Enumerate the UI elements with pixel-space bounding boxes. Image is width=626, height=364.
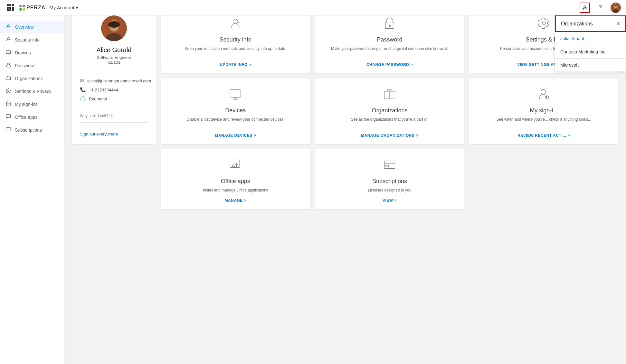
svg-point-25 <box>542 22 545 25</box>
organizations-icon-button[interactable] <box>580 3 590 13</box>
sidebar-label-overview: Overview <box>15 24 33 30</box>
svg-point-0 <box>584 6 586 8</box>
orgs-panel-header: Organizations ✕ <box>555 15 626 32</box>
sidebar-item-organizations[interactable]: Organizations <box>0 72 64 85</box>
user-avatar[interactable] <box>611 3 621 13</box>
sidebar-item-subscriptions[interactable]: Subscriptions <box>0 124 64 136</box>
subscriptions-card-title: Subscriptions <box>372 178 407 185</box>
sidebar-item-settings-privacy[interactable]: Settings & Privacy <box>0 85 64 98</box>
why-edit-text: Why can't I edit? <box>80 114 108 118</box>
sidebar-item-overview[interactable]: Overview <box>0 21 64 33</box>
svg-rect-41 <box>385 165 389 167</box>
organizations-icon <box>5 75 12 82</box>
nav-right: ? <box>580 3 621 13</box>
security-info-icon <box>5 37 12 43</box>
org-item-label: Contoso Marketing Inc. <box>560 49 607 54</box>
my-sign-ins-card-title: My sign-i... <box>530 107 558 114</box>
profile-email-row: ✉ alice@juliatenant.onmicrosoft.com <box>80 78 148 84</box>
password-card: Password Make your password stronger, or… <box>315 8 464 73</box>
devices-card-icon <box>229 88 242 103</box>
sidebar: Overview Security info Devices Password <box>0 15 64 217</box>
email-icon: ✉ <box>80 78 84 84</box>
subscriptions-icon <box>5 127 12 133</box>
organizations-card-icon <box>383 88 396 103</box>
sidebar-item-office-apps[interactable]: Office apps <box>0 111 64 124</box>
org-item-label: Julia Tenant <box>560 36 584 41</box>
organizations-card: Organizations See all the organizations … <box>315 79 464 144</box>
overview-icon <box>5 24 12 30</box>
sidebar-label-subscriptions: Subscriptions <box>15 127 42 133</box>
org-item-microsoft[interactable]: Microsoft <box>555 58 626 71</box>
organizations-manage-link[interactable]: MANAGE ORGANIZATIONS > <box>361 133 418 138</box>
sidebar-label-security-info: Security info <box>15 37 40 42</box>
office-apps-card: Office apps Install and manage Office ap… <box>161 149 310 209</box>
account-name-button[interactable]: My Account ▾ <box>49 5 78 11</box>
logo-dots <box>19 5 25 11</box>
password-card-icon <box>383 17 396 33</box>
svg-rect-26 <box>230 90 241 97</box>
svg-point-33 <box>541 89 545 94</box>
security-info-card-desc: Keep your verification methods and secur… <box>185 46 287 57</box>
devices-card-desc: Disable a lost device and review your co… <box>186 117 284 128</box>
office-apps-manage-link[interactable]: MANAGE > <box>224 198 246 203</box>
subscriptions-view-link[interactable]: VIEW > <box>383 198 397 203</box>
org-item-contoso[interactable]: Contoso Marketing Inc. <box>555 45 626 58</box>
svg-rect-37 <box>230 160 240 167</box>
sidebar-label-office-apps: Office apps <box>15 115 38 120</box>
org-item-julia-tenant[interactable]: Julia Tenant <box>555 32 626 45</box>
devices-manage-link[interactable]: MANAGE DEVICES > <box>215 133 256 138</box>
password-card-desc: Make your password stronger, or change i… <box>331 46 448 57</box>
password-change-link[interactable]: CHANGE PASSWORD > <box>366 62 413 67</box>
help-button[interactable]: ? <box>595 3 605 13</box>
profile-divider-2 <box>80 109 148 109</box>
waffle-button[interactable] <box>5 3 15 13</box>
security-info-update-link[interactable]: UPDATE INFO > <box>220 62 251 67</box>
sidebar-label-password: Password <box>15 63 34 68</box>
office-apps-card-title: Office apps <box>221 178 250 185</box>
profile-name: Alice Gerald <box>80 46 148 54</box>
devices-card: Devices Disable a lost device and review… <box>161 79 310 144</box>
sidebar-item-my-sign-ins[interactable]: My sign-ins <box>0 98 64 111</box>
devices-icon <box>5 50 12 56</box>
logo: PERZA <box>19 5 45 11</box>
phone-icon: 📞 <box>80 87 86 93</box>
sidebar-label-organizations: Organizations <box>15 76 43 81</box>
subscriptions-card-desc: Licenses assigned to you <box>368 187 412 193</box>
settings-card-icon <box>537 17 550 33</box>
sidebar-item-security-info[interactable]: Security info <box>0 33 64 46</box>
sign-ins-icon <box>5 101 12 107</box>
sidebar-item-devices[interactable]: Devices <box>0 46 64 59</box>
svg-rect-6 <box>6 51 10 53</box>
nav-left: PERZA My Account ▾ <box>5 3 78 13</box>
office-apps-card-icon <box>229 158 242 174</box>
waffle-icon <box>7 4 14 11</box>
orgs-panel-title: Organizations <box>561 21 593 27</box>
security-info-card: Security info Keep your verification met… <box>161 8 310 73</box>
subscriptions-card-icon <box>383 158 396 174</box>
profile-divider <box>80 74 148 74</box>
sidebar-item-password[interactable]: Password <box>0 59 64 72</box>
my-sign-ins-card-desc: See when and where you've... check if an… <box>496 117 591 128</box>
sidebar-label-devices: Devices <box>15 50 31 55</box>
my-sign-ins-review-link[interactable]: REVIEW RECENT ACTI... > <box>517 133 570 138</box>
profile-card: Alice Gerald Software Engineer 62/101 ✉ … <box>72 8 156 144</box>
profile-score: 62/101 <box>80 60 148 65</box>
svg-rect-10 <box>6 77 10 80</box>
svg-point-11 <box>8 90 9 91</box>
office-apps-card-desc: Install and manage Office applications <box>203 187 268 193</box>
my-sign-ins-card: My sign-i... See when and where you've..… <box>469 79 618 144</box>
svg-rect-9 <box>6 65 10 67</box>
profile-divider-3 <box>80 122 148 123</box>
info-circle-icon: ⓘ <box>109 113 113 118</box>
profile-title: Software Engineer <box>80 55 148 60</box>
sign-out-link[interactable]: Sign out everywhere <box>80 126 118 136</box>
svg-rect-39 <box>384 161 395 168</box>
why-cant-edit[interactable]: Why can't I edit? ⓘ <box>80 113 113 118</box>
svg-point-2 <box>614 4 617 8</box>
sidebar-label-settings-privacy: Settings & Privacy <box>15 89 52 94</box>
orgs-panel-close-button[interactable]: ✕ <box>616 21 620 27</box>
profile-email: alice@juliatenant.onmicrosoft.com <box>87 79 151 83</box>
password-icon <box>5 62 12 69</box>
password-card-title: Password <box>377 36 402 43</box>
subscriptions-card: Subscriptions Licenses assigned to you V… <box>315 149 464 209</box>
